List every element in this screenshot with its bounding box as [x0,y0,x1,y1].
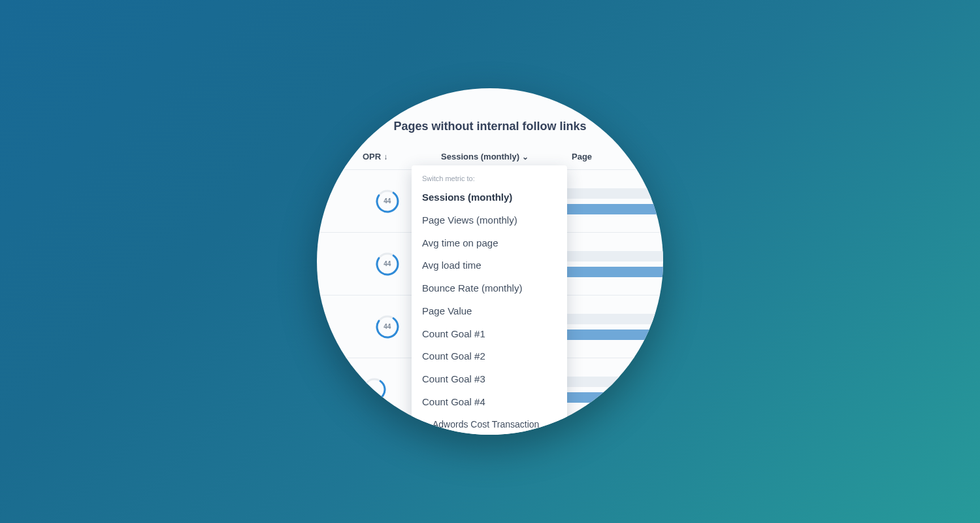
report-title: Pages without internal follow links [317,120,663,133]
ring-icon [362,377,387,402]
col-page-label: Page [572,152,592,161]
chevron-down-icon: ⌄ [522,152,529,161]
opr-cell [363,377,412,402]
column-header-opr[interactable]: OPR ↓ [363,152,428,161]
dropdown-item-page-value[interactable]: Page Value [412,300,567,323]
col-opr-label: OPR [363,152,381,161]
svg-point-3 [375,252,400,277]
opr-gauge [362,377,387,402]
dropdown-item-avg-load-time[interactable]: Avg load time [412,254,567,277]
opr-cell: 44 [363,314,412,339]
opr-gauge: 44 [375,252,400,277]
col-sessions-label: Sessions (monthly) [441,152,519,161]
ring-icon [375,252,400,277]
column-header-page[interactable]: Page [546,152,637,161]
svg-point-5 [375,314,400,339]
ring-icon [375,189,400,214]
opr-gauge: 44 [375,189,400,214]
dropdown-item-count-goal-3[interactable]: Count Goal #3 [412,368,567,391]
dropdown-item-adwords-cost-transaction[interactable]: Adwords Cost Transaction [412,414,567,435]
dropdown-item-sessions-monthly[interactable]: Sessions (monthly) [412,186,567,209]
opr-gauge: 44 [375,314,400,339]
feature-circle: Pages without internal follow links OPR … [317,88,663,435]
dropdown-item-count-goal-2[interactable]: Count Goal #2 [412,345,567,368]
opr-cell: 44 [363,189,412,214]
dropdown-item-avg-time-on-page[interactable]: Avg time on page [412,232,567,255]
ring-icon [375,314,400,339]
metric-dropdown: Switch metric to: Sessions (monthly) Pag… [412,165,567,435]
column-header-sessions[interactable]: Sessions (monthly) ⌄ [428,152,546,161]
sort-descending-icon: ↓ [384,152,387,161]
opr-cell: 44 [363,252,412,277]
dropdown-item-bounce-rate-monthly[interactable]: Bounce Rate (monthly) [412,277,567,300]
dropdown-item-count-goal-1[interactable]: Count Goal #1 [412,323,567,346]
dropdown-label: Switch metric to: [412,175,567,186]
dropdown-item-page-views-monthly[interactable]: Page Views (monthly) [412,209,567,232]
svg-point-7 [362,377,387,402]
svg-point-1 [375,189,400,214]
report-panel: Pages without internal follow links OPR … [317,88,663,435]
dropdown-item-count-goal-4[interactable]: Count Goal #4 [412,391,567,414]
